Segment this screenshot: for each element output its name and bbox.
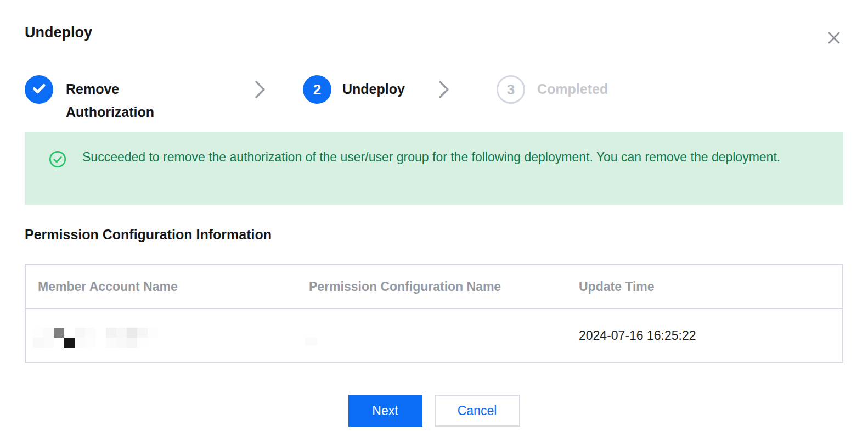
page-title: Undeploy <box>25 24 92 41</box>
step-2-number: 2 <box>313 81 321 98</box>
permission-table: Member Account Name Permission Configura… <box>25 264 843 363</box>
step-3-number: 3 <box>507 81 515 98</box>
step-3-label: Completed <box>537 77 608 100</box>
table-row: 2024-07-16 16:25:22 <box>26 309 842 362</box>
step-2-label: Undeploy <box>342 77 405 100</box>
section-title: Permission Configuration Information <box>25 227 272 243</box>
success-check-icon <box>48 150 67 171</box>
success-message: Succeeded to remove the authorization of… <box>82 148 790 166</box>
table-header: Member Account Name Permission Configura… <box>26 265 842 309</box>
redacted-member-name <box>33 328 158 348</box>
chevron-right-icon <box>253 80 267 101</box>
check-icon <box>31 80 47 99</box>
cancel-button[interactable]: Cancel <box>435 395 520 427</box>
close-icon <box>826 30 842 48</box>
next-button[interactable]: Next <box>348 395 422 427</box>
chevron-right-icon <box>437 80 450 101</box>
step-1-label: Remove Authorization <box>66 77 176 124</box>
step-2-circle: 2 <box>303 75 331 104</box>
column-update-time: Update Time <box>567 279 842 294</box>
success-banner: Succeeded to remove the authorization of… <box>25 132 843 205</box>
column-permission-configuration-name: Permission Configuration Name <box>297 279 567 294</box>
close-button[interactable] <box>823 27 845 49</box>
undeploy-dialog: Undeploy Remove Authorization 2 Undeploy <box>0 0 868 448</box>
redacted-permission-name <box>305 338 317 345</box>
footer-actions: Next Cancel <box>0 395 868 427</box>
update-time-cell: 2024-07-16 16:25:22 <box>567 328 842 343</box>
step-1-circle <box>25 75 53 104</box>
column-member-account-name: Member Account Name <box>26 279 297 294</box>
step-3-circle: 3 <box>497 75 525 104</box>
